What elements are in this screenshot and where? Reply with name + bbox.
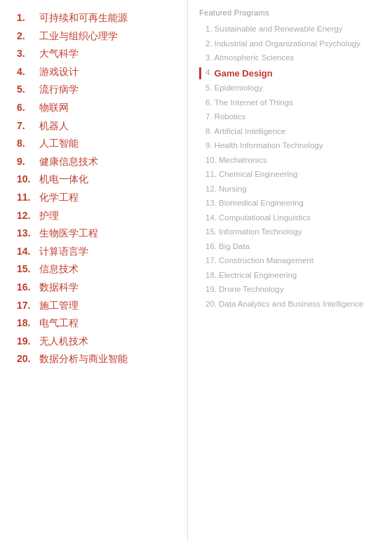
right-list-item[interactable]: 8.Artificial Intelligence <box>199 126 381 138</box>
left-item-text: 施工管理 <box>39 299 79 313</box>
left-list-item[interactable]: 6.物联网 <box>17 101 173 115</box>
left-item-text: 数据分析与商业智能 <box>39 352 128 366</box>
left-item-number: 7. <box>17 119 36 133</box>
right-item-number: 7. <box>205 112 212 123</box>
left-item-text: 工业与组织心理学 <box>39 29 118 44</box>
right-item-text: Sustainable and Renewable Energy <box>215 24 343 35</box>
left-item-number: 10. <box>17 173 36 187</box>
left-list-item[interactable]: 7.机器人 <box>17 119 173 133</box>
left-item-text: 健康信息技术 <box>39 155 98 169</box>
left-list-item[interactable]: 11.化学工程 <box>17 191 173 205</box>
right-item-number: 14. <box>205 213 217 224</box>
left-list-item[interactable]: 19.无人机技术 <box>17 335 173 349</box>
left-item-number: 9. <box>17 155 36 169</box>
left-item-number: 2. <box>17 29 36 44</box>
right-item-number: 9. <box>205 140 212 152</box>
right-item-number: 17. <box>205 255 217 267</box>
left-item-number: 19. <box>17 335 36 349</box>
right-item-number: 11. <box>205 169 217 180</box>
right-list-item[interactable]: 5.Epidemiology <box>199 83 381 94</box>
left-list-item[interactable]: 8.人工智能 <box>17 137 173 151</box>
right-list-item[interactable]: 13.Biomedical Engineering <box>199 198 381 209</box>
left-list-item[interactable]: 3.大气科学 <box>17 47 173 61</box>
right-item-number: 20. <box>205 299 217 310</box>
right-item-text: Nursing <box>219 184 247 195</box>
left-list-item[interactable]: 12.护理 <box>17 209 173 223</box>
left-item-number: 1. <box>17 11 36 25</box>
right-list-item[interactable]: 3.Atmospheric Sciences <box>199 53 381 64</box>
right-list-item[interactable]: 15.Information Technology <box>199 227 381 238</box>
left-list-item[interactable]: 14.计算语言学 <box>17 245 173 259</box>
right-list-item[interactable]: 12.Nursing <box>199 184 381 195</box>
right-list-item[interactable]: 1.Sustainable and Renewable Energy <box>199 24 381 35</box>
left-item-text: 机器人 <box>39 119 69 133</box>
left-item-number: 3. <box>17 47 36 61</box>
right-list-item[interactable]: 6.The Internet of Things <box>199 98 381 109</box>
left-item-number: 17. <box>17 299 36 313</box>
left-item-number: 13. <box>17 227 36 241</box>
right-item-text: Construction Management <box>219 255 313 267</box>
right-item-text: Information Technology <box>219 227 302 238</box>
left-item-text: 计算语言学 <box>39 245 88 259</box>
left-item-number: 14. <box>17 245 36 259</box>
right-item-text: Atmospheric Sciences <box>215 53 295 64</box>
left-item-text: 电气工程 <box>39 316 79 330</box>
left-list-item[interactable]: 16.数据科学 <box>17 281 173 295</box>
left-item-number: 4. <box>17 65 36 79</box>
left-list-item[interactable]: 5.流行病学 <box>17 83 173 97</box>
right-item-text: The Internet of Things <box>215 98 293 109</box>
right-list-item[interactable]: 14.Computational Linguistics <box>199 213 381 224</box>
left-list-item[interactable]: 10.机电一体化 <box>17 173 173 187</box>
right-item-text: Biomedical Engineering <box>219 198 304 209</box>
right-list-item[interactable]: 19.Drone Technology <box>199 284 381 295</box>
left-item-text: 大气科学 <box>39 47 79 61</box>
left-list-item[interactable]: 13.生物医学工程 <box>17 227 173 241</box>
right-list-item[interactable]: 20.Data Analytics and Business Intellige… <box>199 299 381 310</box>
left-item-number: 11. <box>17 191 36 205</box>
left-list-item[interactable]: 4.游戏设计 <box>17 65 173 79</box>
right-item-text: Health Information Technology <box>215 140 323 152</box>
left-item-text: 物联网 <box>39 101 69 115</box>
left-item-number: 18. <box>17 316 36 330</box>
right-item-number: 18. <box>205 270 217 281</box>
right-item-number: 2. <box>205 39 212 50</box>
left-item-number: 20. <box>17 352 36 366</box>
right-item-number: 3. <box>205 53 212 64</box>
left-item-text: 可持续和可再生能源 <box>39 11 128 25</box>
left-list-item[interactable]: 20.数据分析与商业智能 <box>17 352 173 366</box>
right-item-number: 19. <box>205 284 217 295</box>
right-item-number: 8. <box>205 126 212 138</box>
left-panel: 1.可持续和可再生能源2.工业与组织心理学3.大气科学4.游戏设计5.流行病学6… <box>0 0 188 541</box>
right-item-number: 13. <box>205 198 217 209</box>
left-list-item[interactable]: 1.可持续和可再生能源 <box>17 11 173 25</box>
left-list-item[interactable]: 17.施工管理 <box>17 299 173 313</box>
right-list-item[interactable]: 16.Big Data <box>199 241 381 253</box>
right-item-text: Robotics <box>215 112 246 123</box>
left-list-item[interactable]: 2.工业与组织心理学 <box>17 29 173 44</box>
left-item-number: 6. <box>17 101 36 115</box>
left-item-text: 无人机技术 <box>39 335 88 349</box>
left-list-item[interactable]: 15.信息技术 <box>17 262 173 276</box>
right-item-text: Chemical Engineering <box>219 169 298 180</box>
left-item-text: 机电一体化 <box>39 173 88 187</box>
right-list-item[interactable]: 2.Industrial and Organizational Psycholo… <box>199 39 381 50</box>
right-item-number: 6. <box>205 98 212 109</box>
right-item-number: 16. <box>205 241 217 253</box>
right-list-item[interactable]: 9.Health Information Technology <box>199 140 381 152</box>
right-list-item[interactable]: 11.Chemical Engineering <box>199 169 381 180</box>
left-item-number: 12. <box>17 209 36 223</box>
right-item-number: 15. <box>205 227 217 238</box>
left-item-text: 化学工程 <box>39 191 79 205</box>
right-list-item[interactable]: 7.Robotics <box>199 112 381 123</box>
right-item-number: 10. <box>205 155 217 166</box>
right-list-item[interactable]: 4.Game Design <box>199 67 381 80</box>
right-list-item[interactable]: 10.Mechatronics <box>199 155 381 166</box>
left-item-text: 信息技术 <box>39 262 79 276</box>
left-list-item[interactable]: 18.电气工程 <box>17 316 173 330</box>
left-list-item[interactable]: 9.健康信息技术 <box>17 155 173 169</box>
right-list-item[interactable]: 17.Construction Management <box>199 255 381 267</box>
left-item-text: 游戏设计 <box>39 65 79 79</box>
right-item-text: Game Design <box>215 67 273 80</box>
right-list-item[interactable]: 18.Electrical Engineering <box>199 270 381 281</box>
left-item-number: 5. <box>17 83 36 97</box>
